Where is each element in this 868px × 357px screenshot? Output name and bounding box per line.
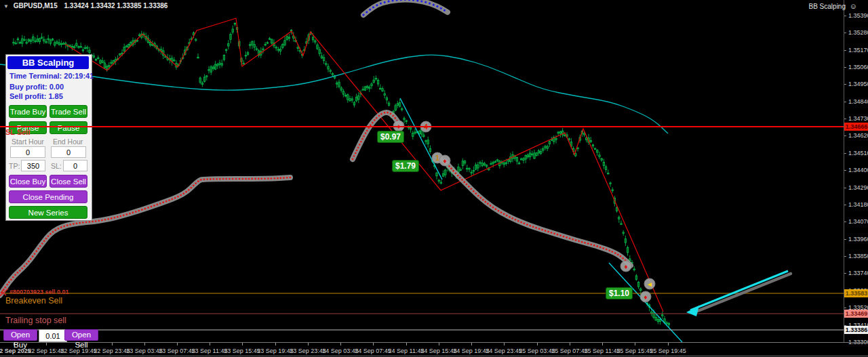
chart-canvas[interactable]: ♦41♦♦◄♦ <box>0 0 844 342</box>
axis-tick <box>242 343 243 345</box>
price-axis-label: 1.35280 <box>848 29 868 36</box>
symbol-timeframe: GBPUSD,M15 <box>14 2 58 9</box>
ohlc-values: 1.33424 1.33432 1.33385 1.33386 <box>64 2 168 9</box>
svg-text:1: 1 <box>435 154 439 162</box>
price-axis[interactable]: 1.353901.352801.351701.350601.349501.348… <box>844 0 868 342</box>
open-position-label: #800703923 sell 0.01 <box>9 289 69 295</box>
axis-tick <box>844 170 846 171</box>
price-axis-label: 1.34950 <box>848 81 868 87</box>
price-axis-label: 1.35170 <box>848 47 868 54</box>
close-buy-button[interactable]: Close Buy <box>9 175 47 188</box>
sl-sell-line[interactable] <box>0 126 844 127</box>
mt4-chart-window: ♦41♦♦◄♦ ▼ GBPUSD,M15 1.33424 1.33432 1.3… <box>0 0 868 357</box>
axis-tick <box>112 343 113 345</box>
sl-input[interactable] <box>63 160 87 171</box>
axis-tick <box>844 16 846 16</box>
window-bottom-edge <box>0 356 868 356</box>
axis-tick <box>635 343 635 345</box>
axis-tick <box>439 343 439 345</box>
price-axis-label: 1.34400 <box>848 167 868 173</box>
pause-sell-button[interactable]: Pause Sell <box>50 121 87 134</box>
price-axis-label: 1.34510 <box>848 150 868 156</box>
time-axis-label: 22 Sep 15:45 <box>28 348 64 354</box>
time-axis-label: 23 Sep 23:45 <box>290 348 326 354</box>
end-hour-label: End Hour <box>53 138 83 146</box>
open-buy-button[interactable]: Open Buy <box>3 329 37 341</box>
sell-trail <box>0 112 631 295</box>
axis-tick <box>471 343 472 345</box>
time-axis[interactable]: 22 Sep 202522 Sep 15:4522 Sep 19:4522 Se… <box>0 342 868 357</box>
axis-tick <box>844 222 846 222</box>
axis-tick <box>668 343 669 345</box>
new-series-button[interactable]: New Series <box>9 206 87 219</box>
time-axis-label: 25 Sep 03:45 <box>519 348 555 354</box>
price-axis-label: 1.35390 <box>848 12 868 19</box>
price-axis-label: 1.34840 <box>848 98 868 105</box>
axis-tick <box>844 153 846 154</box>
breakeven-price-tag: 1.33583 <box>844 289 868 297</box>
trailing-stop-sell-label: Trailing stop sell <box>5 316 66 325</box>
axis-tick <box>844 188 846 188</box>
chevron-down-icon[interactable]: ▼ <box>3 3 9 9</box>
buy-profit-readout: Buy profit: 0.00 <box>9 83 64 91</box>
axis-tick <box>570 343 570 345</box>
sl-sell-line-label: SL Sell <box>5 128 30 136</box>
time-axis-label: 23 Sep 11:45 <box>192 348 228 354</box>
axis-tick <box>210 343 210 345</box>
trade-buy-button[interactable]: Trade Buy <box>9 105 47 118</box>
axis-tick <box>340 343 341 345</box>
time-axis-label: 22 Sep 23:45 <box>94 348 130 354</box>
symbol-readout: ▼ GBPUSD,M15 1.33424 1.33432 1.33385 1.3… <box>3 2 167 9</box>
time-axis-label: 25 Sep 15:45 <box>616 348 653 354</box>
ma-line <box>0 55 668 133</box>
price-axis-label: 1.34070 <box>848 218 868 225</box>
start-hour-input[interactable] <box>10 146 45 158</box>
profit-tag: $0.97 <box>377 131 404 143</box>
axis-tick <box>844 119 846 119</box>
breakeven-sell-label: Breakeven Sell <box>5 296 62 306</box>
time-axis-label: 24 Sep 07:45 <box>355 348 391 354</box>
axis-tick <box>844 308 846 308</box>
svg-text:♦: ♦ <box>443 157 446 165</box>
open-sell-button[interactable]: Open Sell <box>64 329 98 341</box>
buy-trail <box>363 0 448 15</box>
time-axis-label: 24 Sep 23:45 <box>486 348 522 354</box>
price-axis-label: 1.33740 <box>848 270 868 276</box>
price-axis-label: 1.33960 <box>848 236 868 243</box>
price-axis-label: 1.33850 <box>848 253 868 259</box>
trade-sell-button[interactable]: Trade Sell <box>50 105 87 118</box>
trade-marker-icon <box>0 287 9 297</box>
axis-tick <box>844 33 846 33</box>
sl-sell-price-tag: 1.34666 <box>844 123 868 131</box>
lot-size-input[interactable] <box>39 329 67 342</box>
price-axis-label: 1.34180 <box>848 201 868 208</box>
axis-tick <box>844 205 846 205</box>
panel-title: BB Scalping <box>7 56 89 69</box>
axis-tick <box>844 239 846 240</box>
tp-input[interactable] <box>21 160 45 171</box>
time-axis-label: 25 Sep 11:45 <box>585 348 620 354</box>
trail-markers: ♦41♦♦◄♦ <box>393 121 655 302</box>
axis-tick <box>275 343 276 345</box>
close-sell-button[interactable]: Close Sell <box>50 175 87 188</box>
start-hour-label: Start Hour <box>12 138 44 146</box>
axis-tick <box>844 273 846 274</box>
time-axis-label: 24 Sep 15:45 <box>420 348 457 354</box>
axis-tick <box>177 343 178 345</box>
time-axis-label: 23 Sep 19:45 <box>257 348 294 354</box>
time-axis-label: 23 Sep 15:45 <box>224 348 260 354</box>
sl-label: SL: <box>51 162 62 170</box>
axis-tick <box>537 343 538 345</box>
indicator-watermark: BB Scalping ☺ <box>809 2 858 10</box>
svg-text:◄: ◄ <box>646 280 653 288</box>
profit-tag: $1.79 <box>392 160 419 172</box>
axis-tick <box>844 50 846 51</box>
svg-text:♦: ♦ <box>644 293 647 301</box>
axis-tick <box>46 343 47 345</box>
entry-lines <box>400 98 682 342</box>
price-axis-label: 1.34730 <box>848 115 868 122</box>
candlesticks <box>13 22 670 327</box>
axis-tick <box>144 343 145 345</box>
end-hour-input[interactable] <box>51 146 86 158</box>
close-pending-button[interactable]: Close Pending <box>9 190 87 203</box>
